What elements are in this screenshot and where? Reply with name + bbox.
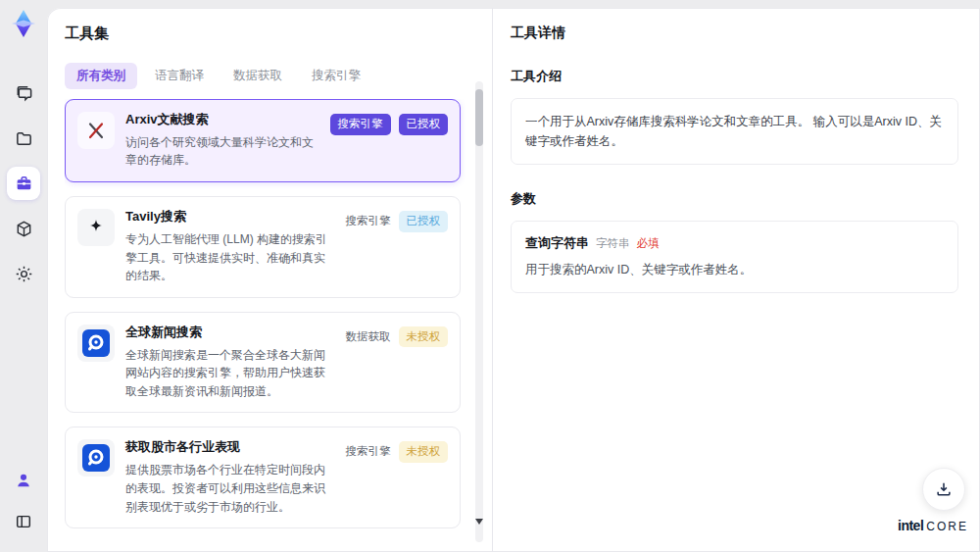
user-icon <box>15 472 32 489</box>
tool-tags: 搜索引擎已授权 <box>330 112 449 170</box>
sidebar-item-chat[interactable] <box>7 76 40 110</box>
param-header: 查询字符串 字符串 必填 <box>525 234 944 252</box>
tools-list-pane: 工具集 所有类别语言翻译数据获取搜索引擎 Arxiv文献搜索访问各个研究领域大量… <box>47 8 493 552</box>
intel-brand-text: intel <box>898 518 923 533</box>
main-content: 工具集 所有类别语言翻译数据获取搜索引擎 Arxiv文献搜索访问各个研究领域大量… <box>47 8 980 552</box>
sidebar-bottom <box>7 464 40 538</box>
chat-icon <box>15 84 33 103</box>
tool-description: 全球新闻搜索是一个聚合全球各大新闻网站内容的搜索引擎，帮助用户快速获取全球最新资… <box>125 346 335 401</box>
app-logo-icon <box>9 9 38 38</box>
sidebar-nav <box>7 76 40 290</box>
tool-description: 专为人工智能代理 (LLM) 构建的搜索引擎工具。可快速提供实时、准确和真实的结… <box>125 230 335 285</box>
toolbox-icon <box>15 175 33 193</box>
tool-name: Arxiv文献搜索 <box>125 112 319 128</box>
arxiv-icon <box>77 112 115 149</box>
tool-list: Arxiv文献搜索访问各个研究领域大量科学论文和文章的存储库。搜索引擎已授权Ta… <box>65 99 492 533</box>
param-description: 用于搜索的Arxiv ID、关键字或作者姓名。 <box>525 261 944 279</box>
news-icon <box>77 325 115 362</box>
tool-tags: 搜索引擎已授权 <box>346 209 449 285</box>
app-logo[interactable] <box>8 8 39 39</box>
tool-tags: 数据获取未授权 <box>346 325 449 401</box>
auth-status-badge: 未授权 <box>399 441 449 463</box>
panel-toggle-icon <box>15 513 32 530</box>
cube-icon <box>15 220 33 238</box>
gear-icon <box>15 265 33 283</box>
app-root: 工具集 所有类别语言翻译数据获取搜索引擎 Arxiv文献搜索访问各个研究领域大量… <box>0 0 980 552</box>
user-avatar-button[interactable] <box>7 464 40 497</box>
download-icon <box>935 480 953 498</box>
category-badge: 搜索引擎 <box>346 211 391 232</box>
category-badge: 搜索引擎 <box>330 114 391 135</box>
tool-card[interactable]: Arxiv文献搜索访问各个研究领域大量科学论文和文章的存储库。搜索引擎已授权 <box>65 99 461 182</box>
tool-card[interactable]: 全球新闻搜索全球新闻搜索是一个聚合全球各大新闻网站内容的搜索引擎，帮助用户快速获… <box>65 312 461 414</box>
category-badge: 数据获取 <box>346 326 391 348</box>
tool-card[interactable]: Tavily搜索专为人工智能代理 (LLM) 构建的搜索引擎工具。可快速提供实时… <box>65 196 461 298</box>
auth-status-badge: 未授权 <box>399 326 449 348</box>
intro-card: 一个用于从Arxiv存储库搜索科学论文和文章的工具。 输入可以是Arxiv ID… <box>511 98 958 165</box>
scrollbar-down-arrow-icon[interactable] <box>475 519 483 525</box>
scrollbar[interactable] <box>475 81 483 542</box>
folder-icon <box>15 129 33 148</box>
auth-status-badge: 已授权 <box>399 211 449 232</box>
sparkle-icon <box>77 209 115 246</box>
intro-text: 一个用于从Arxiv存储库搜索科学论文和文章的工具。 输入可以是Arxiv ID… <box>525 112 944 151</box>
tool-description: 访问各个研究领域大量科学论文和文章的存储库。 <box>125 133 319 170</box>
param-type: 字符串 <box>596 236 630 251</box>
tool-description: 提供股票市场各个行业在特定时间段内的表现。投资者可以利用这些信息来识别表现优于或… <box>125 461 335 516</box>
scrollbar-thumb[interactable] <box>475 89 483 146</box>
tool-card[interactable]: 获取股市各行业表现提供股票市场各个行业在特定时间段内的表现。投资者可以利用这些信… <box>65 427 461 528</box>
page-title: 工具集 <box>65 25 492 43</box>
intro-heading: 工具介绍 <box>511 68 958 85</box>
tool-tags: 搜索引擎未授权 <box>346 439 449 516</box>
auth-status-badge: 已授权 <box>399 114 449 135</box>
tool-name: Tavily搜索 <box>125 209 335 226</box>
tab-all[interactable]: 所有类别 <box>65 63 137 89</box>
download-button[interactable] <box>922 468 965 511</box>
category-tabs: 所有类别语言翻译数据获取搜索引擎 <box>65 63 492 89</box>
tab-data[interactable]: 数据获取 <box>221 63 294 89</box>
sidebar <box>0 0 47 552</box>
tool-name: 全球新闻搜索 <box>125 325 335 341</box>
intel-core-logo: intelcore <box>898 517 968 534</box>
sidebar-item-files[interactable] <box>7 122 40 155</box>
details-title: 工具详情 <box>511 25 958 42</box>
param-card: 查询字符串 字符串 必填 用于搜索的Arxiv ID、关键字或作者姓名。 <box>511 221 958 293</box>
param-name: 查询字符串 <box>525 234 589 252</box>
params-heading: 参数 <box>511 190 958 208</box>
sidebar-item-settings[interactable] <box>7 257 40 290</box>
tab-search[interactable]: 搜索引擎 <box>300 63 372 89</box>
tool-details-pane: 工具详情 工具介绍 一个用于从Arxiv存储库搜索科学论文和文章的工具。 输入可… <box>493 8 980 552</box>
sidebar-item-packages[interactable] <box>7 212 40 245</box>
param-required-badge: 必填 <box>637 236 660 251</box>
category-badge: 搜索引擎 <box>346 441 391 463</box>
tool-name: 获取股市各行业表现 <box>125 439 335 456</box>
tab-translate[interactable]: 语言翻译 <box>143 63 216 89</box>
core-brand-text: core <box>926 520 968 533</box>
collapse-panel-button[interactable] <box>7 505 40 538</box>
sidebar-item-tools[interactable] <box>7 167 40 200</box>
news-icon <box>77 439 115 477</box>
